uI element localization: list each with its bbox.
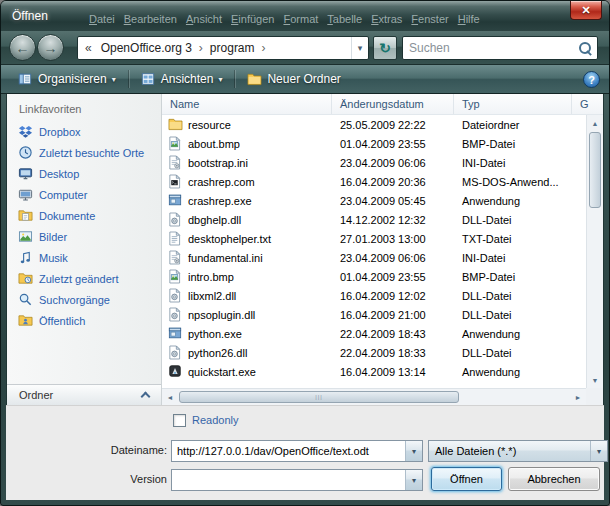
file-name-cell: fundamental.ini <box>162 250 332 265</box>
sidebar-item-dokumente[interactable]: Dokumente <box>7 205 161 226</box>
cancel-button[interactable]: Abbrechen <box>508 467 600 491</box>
refresh-icon <box>379 41 391 55</box>
scroll-down-icon[interactable] <box>587 372 603 388</box>
file-row-crashrep-exe[interactable]: crashrep.exe23.04.2009 05:45Anwendung <box>162 191 586 210</box>
file-row-python-exe[interactable]: python.exe22.04.2009 18:43Anwendung <box>162 324 586 343</box>
sidebar-item-zuletzt-ge-ndert[interactable]: Zuletzt geändert <box>7 268 161 289</box>
breadcrumb-separator-icon[interactable] <box>259 41 269 55</box>
column-header-type[interactable]: Typ <box>454 94 572 114</box>
version-combobox[interactable] <box>171 469 423 491</box>
vertical-scroll-thumb[interactable] <box>589 132 601 208</box>
app-icon <box>168 326 183 341</box>
sidebar-item-desktop[interactable]: Desktop <box>7 163 161 184</box>
breadcrumb-separator-icon[interactable] <box>196 41 206 55</box>
file-type: BMP-Datei <box>454 271 572 283</box>
file-name-cell: npsoplugin.dll <box>162 307 332 322</box>
file-row-npsoplugin-dll[interactable]: npsoplugin.dll16.04.2009 21:00DLL-Datei <box>162 305 586 324</box>
title-bar[interactable]: Öffnen DateiBearbeitenAnsichtEinfügenFor… <box>1 1 609 31</box>
breadcrumb-item-program[interactable]: program <box>206 41 259 55</box>
filename-combobox[interactable] <box>171 440 423 462</box>
file-row-desktophelper-txt[interactable]: desktophelper.txt27.01.2003 13:00TXT-Dat… <box>162 229 586 248</box>
new-folder-button[interactable]: Neuer Ordner <box>238 68 349 91</box>
organize-button[interactable]: Organisieren <box>9 68 125 91</box>
filename-dropdown-icon[interactable] <box>405 441 422 461</box>
scroll-left-icon[interactable] <box>162 389 178 405</box>
file-row-intro-bmp[interactable]: intro.bmp01.04.2009 23:55BMP-Datei <box>162 267 586 286</box>
scroll-up-icon[interactable] <box>587 115 603 131</box>
sidebar-item-suchvorg-nge[interactable]: Suchvorgänge <box>7 289 161 310</box>
breadcrumb-overflow-icon[interactable] <box>78 41 97 55</box>
help-button[interactable] <box>583 71 600 88</box>
back-button[interactable] <box>9 34 36 61</box>
horizontal-scroll-thumb[interactable] <box>179 391 459 403</box>
readonly-label: Readonly <box>192 414 238 426</box>
scroll-right-icon[interactable] <box>570 389 586 405</box>
content-area: Linkfavoriten DropboxZuletzt besuchte Or… <box>6 94 604 405</box>
address-bar[interactable]: OpenOffice.org 3 program <box>77 36 369 60</box>
column-header-size[interactable]: G <box>572 94 603 114</box>
file-date: 23.04.2009 05:45 <box>332 195 454 207</box>
pictures-icon <box>18 229 33 244</box>
ini-icon <box>168 155 183 170</box>
sidebar-item-ffentlich[interactable]: Öffentlich <box>7 310 161 331</box>
file-type: DLL-Datei <box>454 309 572 321</box>
search-box[interactable] <box>402 36 598 60</box>
favorites-sidebar: Linkfavoriten DropboxZuletzt besuchte Or… <box>7 94 162 405</box>
sidebar-item-bilder[interactable]: Bilder <box>7 226 161 247</box>
file-name: fundamental.ini <box>188 252 263 264</box>
column-header-name[interactable]: Name <box>162 94 332 114</box>
file-name: python.exe <box>188 328 242 340</box>
dos-icon <box>168 174 183 189</box>
chevron-down-icon <box>218 75 222 84</box>
background-menu-item-einf-gen: Einfügen <box>231 13 274 25</box>
horizontal-scrollbar[interactable] <box>162 388 586 405</box>
file-row-libxml2-dll[interactable]: libxml2.dll16.04.2009 12:02DLL-Datei <box>162 286 586 305</box>
file-type: INI-Datei <box>454 252 572 264</box>
file-name: desktophelper.txt <box>188 233 271 245</box>
views-button[interactable]: Ansichten <box>132 68 232 91</box>
column-header-date[interactable]: Änderungsdatum <box>332 94 454 114</box>
file-type: Anwendung <box>454 328 572 340</box>
file-type: MS-DOS-Anwend... <box>454 176 572 188</box>
background-menu-item-hilfe: Hilfe <box>458 13 480 25</box>
new-folder-icon <box>247 72 262 87</box>
readonly-checkbox[interactable] <box>173 414 186 427</box>
address-dropdown-button[interactable] <box>351 37 368 59</box>
search-icon[interactable] <box>576 39 594 57</box>
sidebar-item-zuletzt-besuchte-orte[interactable]: Zuletzt besuchte Orte <box>7 142 161 163</box>
file-row-dbghelp-dll[interactable]: dbghelp.dll14.12.2002 12:32DLL-Datei <box>162 210 586 229</box>
vertical-scrollbar[interactable] <box>586 115 603 388</box>
file-name-cell: python26.dll <box>162 345 332 360</box>
file-row-python26-dll[interactable]: python26.dll22.04.2009 18:33DLL-Datei <box>162 343 586 362</box>
version-input[interactable] <box>172 474 405 486</box>
scroll-grip-icon <box>315 394 323 400</box>
file-row-bootstrap-ini[interactable]: bootstrap.ini23.04.2009 06:06INI-Datei <box>162 153 586 172</box>
sidebar-item-label: Musik <box>39 252 68 264</box>
image-icon <box>168 269 183 284</box>
open-button[interactable]: Öffnen <box>431 467 502 491</box>
file-row-resource[interactable]: resource25.05.2009 22:22Dateiordner <box>162 115 586 134</box>
folders-expander[interactable]: Ordner <box>7 384 161 405</box>
file-row-about-bmp[interactable]: about.bmp01.04.2009 23:55BMP-Datei <box>162 134 586 153</box>
close-button[interactable] <box>570 1 602 20</box>
refresh-button[interactable] <box>373 36 397 60</box>
file-name: python26.dll <box>188 347 247 359</box>
search-input[interactable] <box>403 41 576 55</box>
file-row-crashrep-com[interactable]: crashrep.com16.04.2009 20:36MS-DOS-Anwen… <box>162 172 586 191</box>
file-row-fundamental-ini[interactable]: fundamental.ini23.04.2009 06:06INI-Datei <box>162 248 586 267</box>
sidebar-item-dropbox[interactable]: Dropbox <box>7 121 161 142</box>
file-row-quickstart-exe[interactable]: quickstart.exe16.04.2009 13:14Anwendung <box>162 362 586 381</box>
toolbar-separator <box>128 70 129 88</box>
forward-button[interactable] <box>37 34 64 61</box>
version-dropdown-icon[interactable] <box>405 470 422 490</box>
filename-input[interactable] <box>172 445 405 457</box>
file-name: crashrep.exe <box>188 195 252 207</box>
breadcrumb-item-openoffice[interactable]: OpenOffice.org 3 <box>97 41 196 55</box>
file-date: 16.04.2009 13:14 <box>332 366 454 378</box>
sidebar-item-musik[interactable]: Musik <box>7 247 161 268</box>
sidebar-item-computer[interactable]: Computer <box>7 184 161 205</box>
ini-icon <box>168 250 183 265</box>
file-name-cell: crashrep.com <box>162 174 332 189</box>
filetype-dropdown[interactable]: Alle Dateien (*.*) <box>428 440 608 462</box>
file-name: intro.bmp <box>188 271 234 283</box>
